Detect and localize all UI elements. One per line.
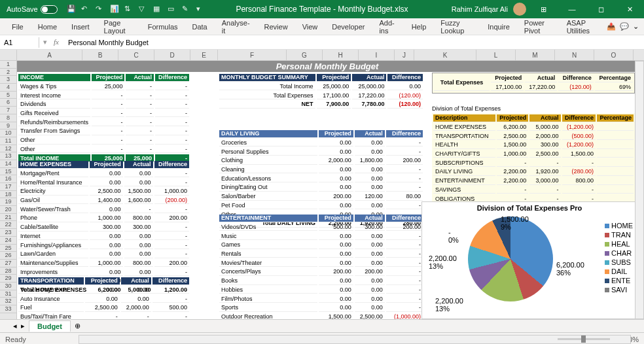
col-header[interactable]: C [118, 50, 154, 60]
row-header[interactable]: 31 [0, 290, 16, 298]
redo-icon[interactable]: ↷ [96, 5, 105, 14]
col-header[interactable]: G [287, 50, 323, 60]
row-header[interactable]: 3 [0, 76, 16, 84]
col-header[interactable]: H [323, 50, 359, 60]
name-box[interactable]: A1 [0, 37, 39, 48]
row-header[interactable]: 11 [0, 137, 16, 145]
next-sheet-icon[interactable]: ▸ [21, 322, 25, 330]
row-header[interactable]: 29 [0, 275, 16, 283]
autosave-toggle[interactable]: AutoSave [3, 4, 62, 15]
border-icon[interactable]: ▭ [168, 5, 177, 14]
chart-legend: HOMETRANHEALCHARSUBSDAILENTESAVI [605, 222, 633, 295]
pie-chart[interactable]: Division of Total Expenses Pro 1,500.009… [421, 201, 637, 319]
tab-fuzzy-lookup[interactable]: Fuzzy Lookup [434, 16, 480, 37]
row-header[interactable]: 7 [0, 107, 16, 114]
row-header[interactable]: 22 [0, 221, 16, 229]
row-header[interactable]: 28 [0, 267, 16, 275]
tab-analyse-it[interactable]: Analyse-it [215, 16, 257, 37]
col-header[interactable]: J [395, 50, 414, 60]
row-header[interactable]: 32 [0, 298, 16, 305]
row-header[interactable]: 4 [0, 84, 16, 92]
avatar[interactable] [513, 3, 526, 16]
comments-icon[interactable]: 💬 [620, 22, 629, 31]
sheet-area[interactable]: 1234567891011121314151617181920212223242… [0, 61, 644, 319]
col-header[interactable]: I [359, 50, 395, 60]
row-header[interactable]: 8 [0, 114, 16, 122]
close-icon[interactable]: ✕ [618, 0, 641, 18]
col-header[interactable]: B [82, 50, 118, 60]
undo-icon[interactable]: ↶ [81, 5, 90, 14]
tab-help[interactable]: Help [405, 20, 433, 33]
format-icon[interactable]: ✎ [182, 5, 191, 14]
sort-icon[interactable]: ⇅ [124, 5, 134, 14]
row-header[interactable]: 18 [0, 191, 16, 199]
tab-developer[interactable]: Developer [325, 20, 371, 33]
tab-power-pivot[interactable]: Power Pivot [518, 16, 559, 37]
row-header[interactable]: 15 [0, 168, 16, 176]
save-icon[interactable]: 💾 [67, 5, 76, 14]
row-header[interactable]: 23 [0, 229, 16, 237]
tab-data[interactable]: Data [186, 20, 214, 33]
sheet-tab-budget[interactable]: Budget [29, 320, 71, 332]
name-box-dropdown-icon[interactable]: ▾ [43, 38, 47, 46]
table-icon[interactable]: ▦ [153, 5, 162, 14]
col-header[interactable]: M [516, 50, 555, 60]
col-header[interactable]: E [190, 50, 218, 60]
row-header[interactable]: 21 [0, 214, 16, 222]
add-sheet-icon[interactable]: ⊕ [75, 322, 80, 330]
row-header[interactable]: 19 [0, 198, 16, 206]
document-title: Personal Finance Template - Monthly Budg… [236, 5, 408, 14]
row-header[interactable]: 10 [0, 129, 16, 137]
dropdown-icon[interactable]: ▾ [196, 5, 206, 14]
row-header[interactable]: 1 [0, 61, 16, 69]
formula-bar[interactable]: Personal Monthly Budget [63, 37, 154, 48]
row-header[interactable]: 30 [0, 283, 16, 290]
row-header[interactable]: 24 [0, 237, 16, 245]
tab-insert[interactable]: Insert [65, 20, 96, 33]
tab-page-layout[interactable]: Page Layout [98, 16, 140, 37]
tab-home[interactable]: Home [31, 20, 63, 33]
tab-file[interactable]: File [5, 20, 30, 33]
filter-icon[interactable]: ▽ [139, 5, 148, 14]
user-name[interactable]: Rahim Zulfiqar Ali [452, 5, 508, 13]
tab-view[interactable]: View [296, 20, 325, 33]
col-header[interactable]: F [218, 50, 287, 60]
grid[interactable]: Personal Monthly Budget INCOMEProjectedA… [17, 61, 644, 319]
formula-bar-row: A1 ▾fx Personal Monthly Budget [0, 35, 644, 50]
tab-asap-utilities[interactable]: ASAP Utilities [560, 16, 605, 37]
prev-sheet-icon[interactable]: ◂ [13, 322, 17, 330]
fx-icon[interactable]: fx [54, 38, 59, 46]
toggle-off-icon[interactable] [41, 5, 58, 14]
row-header[interactable]: 13 [0, 152, 16, 160]
row-header[interactable]: 16 [0, 175, 16, 183]
vertical-scrollbar[interactable] [635, 61, 644, 319]
col-header[interactable]: N [555, 50, 594, 60]
zoom-slider[interactable] [558, 338, 610, 340]
col-header[interactable]: D [154, 50, 190, 60]
row-header[interactable]: 20 [0, 206, 16, 214]
row-header[interactable]: 12 [0, 145, 16, 153]
tab-add-ins[interactable]: Add-ins [372, 16, 403, 37]
share-icon[interactable]: 📤 [607, 22, 616, 31]
row-header[interactable]: 6 [0, 99, 16, 107]
row-header[interactable]: 26 [0, 252, 16, 260]
row-header[interactable]: 5 [0, 92, 16, 99]
tab-review[interactable]: Review [258, 20, 295, 33]
row-header[interactable]: 9 [0, 122, 16, 130]
tab-inquire[interactable]: Inquire [481, 20, 516, 33]
row-header[interactable]: 27 [0, 260, 16, 267]
collapse-ribbon-icon[interactable]: ⌄ [633, 22, 639, 31]
col-header[interactable]: K [414, 50, 476, 60]
row-header[interactable]: 14 [0, 160, 16, 168]
row-header[interactable]: 2 [0, 69, 16, 77]
col-header[interactable]: L [476, 50, 516, 60]
col-header[interactable]: A [17, 50, 82, 60]
row-header[interactable]: 25 [0, 245, 16, 252]
row-header[interactable]: 33 [0, 305, 16, 313]
select-all-corner[interactable] [0, 50, 17, 60]
chart-icon[interactable]: 📊 [110, 5, 119, 14]
row-header[interactable]: 17 [0, 183, 16, 191]
col-header[interactable]: O [594, 50, 634, 60]
tab-formulas[interactable]: Formulas [141, 20, 185, 33]
horizontal-scrollbar[interactable] [79, 335, 631, 344]
